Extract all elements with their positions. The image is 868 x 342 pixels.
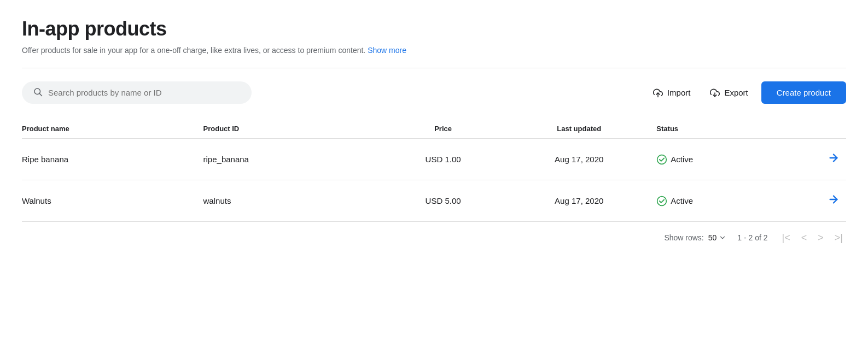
show-rows-label: Show rows: (664, 233, 703, 242)
cell-status: Active (656, 139, 780, 180)
cell-price: USD 5.00 (385, 180, 508, 222)
show-more-link[interactable]: Show more (368, 46, 406, 55)
upload-icon (653, 88, 663, 98)
page-subtitle: Offer products for sale in your app for … (22, 46, 846, 55)
svg-point-6 (657, 196, 667, 205)
page-info: 1 - 2 of 2 (737, 233, 767, 242)
col-status: Status (656, 119, 780, 139)
pagination-row: Show rows: 50 1 - 2 of 2 |< < > >| (22, 222, 846, 247)
create-product-button[interactable]: Create product (761, 81, 846, 104)
table-header-row: Product name Product ID Price Last updat… (22, 119, 846, 139)
first-page-button[interactable]: |< (779, 231, 794, 245)
cell-status: Active (656, 180, 780, 222)
table-row: Walnuts walnuts USD 5.00 Aug 17, 2020 Ac… (22, 180, 846, 222)
table-body: Ripe banana ripe_banana USD 1.00 Aug 17,… (22, 139, 846, 222)
cell-product-id: walnuts (203, 180, 385, 222)
export-button[interactable]: Export (703, 84, 754, 102)
row-detail-button[interactable] (823, 191, 844, 210)
page-container: In-app products Offer products for sale … (0, 0, 868, 264)
cell-price: USD 1.00 (385, 139, 508, 180)
divider (22, 68, 846, 68)
cell-product-id: ripe_banana (203, 139, 385, 180)
cell-product-name: Ripe banana (22, 139, 203, 180)
search-icon (33, 87, 43, 98)
col-action (780, 119, 846, 139)
status-label: Active (671, 155, 693, 164)
download-icon (710, 88, 720, 98)
products-table: Product name Product ID Price Last updat… (22, 119, 846, 222)
status-label: Active (671, 196, 693, 205)
cell-arrow[interactable] (780, 139, 846, 180)
prev-page-button[interactable]: < (798, 231, 811, 245)
cell-last-updated: Aug 17, 2020 (508, 180, 656, 222)
active-check-icon (656, 196, 667, 207)
table-header: Product name Product ID Price Last updat… (22, 119, 846, 139)
col-product-name: Product name (22, 119, 203, 139)
col-price: Price (385, 119, 508, 139)
search-input[interactable] (48, 88, 241, 97)
search-box (22, 81, 252, 104)
active-check-icon (656, 154, 667, 165)
next-page-button[interactable]: > (814, 231, 827, 245)
col-product-id: Product ID (203, 119, 385, 139)
chevron-down-icon (719, 234, 726, 241)
last-page-button[interactable]: >| (831, 231, 846, 245)
page-title: In-app products (22, 17, 846, 40)
svg-line-1 (39, 93, 42, 96)
arrow-right-icon (828, 152, 840, 164)
import-button[interactable]: Import (646, 84, 697, 102)
col-last-updated: Last updated (508, 119, 656, 139)
table-row: Ripe banana ripe_banana USD 1.00 Aug 17,… (22, 139, 846, 180)
row-detail-button[interactable] (823, 150, 844, 169)
rows-per-page-select[interactable]: 50 (708, 233, 727, 242)
toolbar: Import Export Create product (22, 81, 846, 104)
cell-product-name: Walnuts (22, 180, 203, 222)
cell-last-updated: Aug 17, 2020 (508, 139, 656, 180)
svg-point-4 (657, 155, 667, 164)
arrow-right-icon (828, 193, 840, 205)
cell-arrow[interactable] (780, 180, 846, 222)
